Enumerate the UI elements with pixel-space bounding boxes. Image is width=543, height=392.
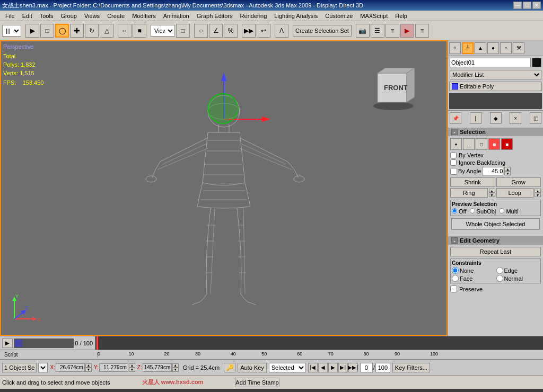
key-filters-btn[interactable]: Key Filters... bbox=[392, 363, 430, 372]
preview-multi-radio[interactable] bbox=[499, 208, 504, 213]
z-down[interactable]: ▼ bbox=[172, 368, 179, 372]
loop-down-btn[interactable]: ▼ bbox=[535, 193, 541, 197]
add-time-stamp-btn[interactable]: Add Time Stamp bbox=[235, 378, 279, 387]
angle-down-btn[interactable]: ▼ bbox=[504, 171, 511, 175]
current-frame-input[interactable] bbox=[360, 363, 373, 372]
next-frame-btn[interactable]: ▶| bbox=[338, 363, 348, 372]
shrink-btn[interactable]: Shrink bbox=[450, 177, 495, 187]
circle-select-btn[interactable]: ◯ bbox=[55, 24, 69, 38]
ring-btn[interactable]: Ring bbox=[450, 188, 488, 198]
ring-down-btn[interactable]: ▼ bbox=[489, 193, 495, 197]
ignore-backfacing-checkbox[interactable] bbox=[450, 159, 457, 166]
x-up[interactable]: ▲ bbox=[85, 363, 92, 368]
play-btn[interactable]: ▶ bbox=[328, 363, 338, 372]
spinner-btn[interactable]: ▶▶ bbox=[242, 24, 256, 38]
menu-edit[interactable]: Edit bbox=[19, 12, 36, 20]
minimize-button[interactable]: — bbox=[513, 2, 522, 9]
move-btn[interactable]: ✚ bbox=[70, 24, 84, 38]
rect-select-btn[interactable]: □ bbox=[40, 24, 54, 38]
menu-rendering[interactable]: Rendering bbox=[237, 12, 270, 20]
timeline-pos-marker[interactable] bbox=[15, 340, 22, 347]
by-angle-checkbox[interactable] bbox=[450, 168, 457, 175]
select-tool-btn[interactable]: ▶ bbox=[25, 24, 39, 38]
maximize-button[interactable]: □ bbox=[523, 2, 531, 9]
percent-snap[interactable]: % bbox=[224, 24, 238, 38]
selection-collapse-btn[interactable]: - bbox=[451, 129, 458, 135]
menu-create[interactable]: Create bbox=[104, 12, 128, 20]
lock-selection-btn[interactable]: 🔒 bbox=[38, 363, 48, 372]
loop-btn[interactable]: Loop bbox=[496, 188, 534, 198]
selection-panel-header[interactable]: - Selection bbox=[448, 128, 543, 136]
render-btn[interactable]: ▶ bbox=[400, 24, 414, 38]
z-up[interactable]: ▲ bbox=[172, 363, 179, 368]
close-button[interactable]: ✕ bbox=[532, 2, 541, 9]
z-input[interactable] bbox=[143, 363, 172, 372]
x-down[interactable]: ▼ bbox=[85, 368, 92, 372]
constraint-none-radio[interactable] bbox=[452, 267, 459, 274]
timeline-track-inner[interactable] bbox=[14, 338, 74, 348]
auto-key-btn[interactable]: Auto Key bbox=[238, 363, 267, 372]
pin-stack-btn[interactable]: 📌 bbox=[450, 112, 461, 124]
edit-geometry-collapse-btn[interactable]: - bbox=[451, 237, 458, 244]
edit-geometry-header[interactable]: - Edit Geometry bbox=[448, 236, 543, 245]
mirror-btn[interactable]: ↔ bbox=[118, 24, 132, 38]
vertex-icon[interactable]: ● bbox=[450, 138, 462, 150]
extra-btn[interactable]: ≡ bbox=[386, 24, 399, 38]
menu-lighting[interactable]: Lighting Analysis bbox=[271, 12, 321, 20]
menu-maxscript[interactable]: MAXScript bbox=[357, 12, 391, 20]
scale-btn[interactable]: △ bbox=[100, 24, 113, 38]
layer-dropdown[interactable]: ||| bbox=[2, 25, 21, 37]
menu-group[interactable]: Group bbox=[57, 12, 80, 20]
y-up[interactable]: ▲ bbox=[129, 363, 135, 368]
layer-manager-btn[interactable]: ☰ bbox=[371, 24, 384, 38]
x-input[interactable] bbox=[56, 363, 85, 372]
viewport[interactable]: Perspective Total Polys: 1,832 Verts: 1,… bbox=[0, 40, 448, 336]
edge-icon[interactable]: ⎯ bbox=[463, 138, 475, 150]
loop-up-btn[interactable]: ▲ bbox=[535, 189, 541, 193]
grow-btn[interactable]: Grow bbox=[496, 177, 541, 187]
menu-modifiers[interactable]: Modifiers bbox=[129, 12, 159, 20]
object-color-swatch[interactable] bbox=[532, 58, 541, 67]
view-cube[interactable]: FRONT bbox=[372, 68, 415, 110]
menu-customize[interactable]: Customize bbox=[322, 12, 356, 20]
align-btn[interactable]: ■ bbox=[133, 24, 146, 38]
repeat-last-btn[interactable]: Repeat Last bbox=[450, 247, 541, 256]
polygon-icon[interactable]: ■ bbox=[488, 138, 500, 150]
editable-poly-row[interactable]: Editable Poly bbox=[449, 82, 542, 91]
menu-views[interactable]: Views bbox=[81, 12, 103, 20]
text-btn[interactable]: A bbox=[275, 24, 288, 38]
modify-tab[interactable]: ┴ bbox=[462, 42, 474, 54]
go-start-btn[interactable]: |◀ bbox=[308, 363, 318, 372]
make-unique-btn[interactable]: ◆ bbox=[490, 112, 502, 124]
undo-btn[interactable]: ↩ bbox=[257, 24, 270, 38]
angle-value-input[interactable] bbox=[482, 167, 503, 175]
extra2-btn[interactable]: ≡ bbox=[415, 24, 429, 38]
menu-help[interactable]: Help bbox=[392, 12, 410, 20]
create-tab[interactable]: + bbox=[449, 42, 461, 54]
menu-tools[interactable]: Tools bbox=[37, 12, 57, 20]
view-btn[interactable]: □ bbox=[176, 24, 190, 38]
constraint-normal-radio[interactable] bbox=[496, 275, 503, 282]
element-icon[interactable]: ■ bbox=[501, 138, 513, 150]
menu-graph-editors[interactable]: Graph Editors bbox=[194, 12, 236, 20]
remove-modifier-btn[interactable]: × bbox=[510, 112, 521, 124]
object-name-input[interactable] bbox=[450, 58, 531, 67]
angle-up-btn[interactable]: ▲ bbox=[504, 167, 511, 171]
preserve-checkbox[interactable] bbox=[450, 286, 457, 292]
menu-animation[interactable]: Animation bbox=[160, 12, 192, 20]
motion-tab[interactable]: ● bbox=[487, 42, 499, 54]
display-tab[interactable]: ○ bbox=[500, 42, 512, 54]
preview-off-radio[interactable] bbox=[452, 208, 457, 213]
constraint-edge-radio[interactable] bbox=[496, 267, 503, 274]
border-icon[interactable]: □ bbox=[476, 138, 487, 150]
by-vertex-checkbox[interactable] bbox=[450, 152, 457, 158]
selected-dropdown[interactable]: Selected bbox=[269, 363, 306, 372]
timeline-scrip-btn[interactable]: ▶ bbox=[2, 338, 13, 348]
rotate-btn[interactable]: ↻ bbox=[85, 24, 99, 38]
y-down[interactable]: ▼ bbox=[129, 368, 135, 372]
modifier-list-dropdown[interactable]: Modifier List bbox=[450, 70, 541, 79]
angle-snap[interactable]: ∠ bbox=[209, 24, 223, 38]
viewport-select[interactable]: View bbox=[151, 25, 175, 37]
show-end-btn[interactable]: | bbox=[470, 112, 481, 124]
hierarchy-tab[interactable]: ▲ bbox=[475, 42, 486, 54]
